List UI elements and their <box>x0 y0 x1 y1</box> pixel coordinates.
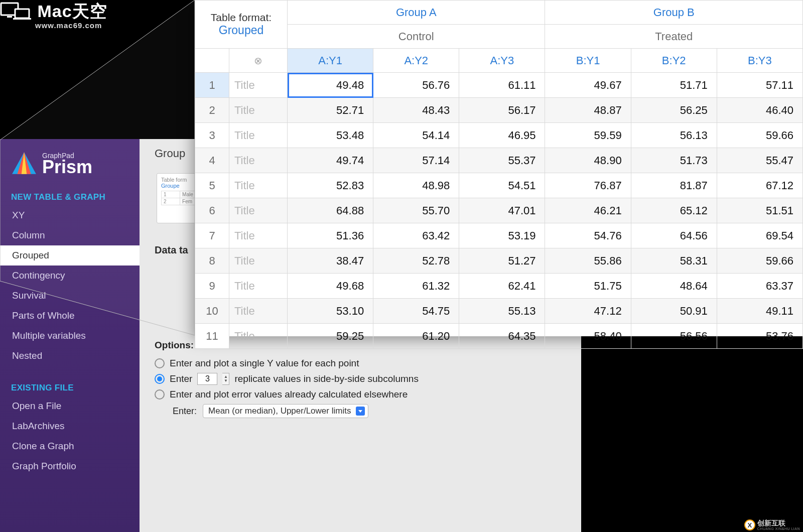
data-cell[interactable]: 59.66 <box>717 123 802 148</box>
data-cell[interactable]: 56.13 <box>631 123 717 148</box>
data-cell[interactable]: 53.76 <box>717 324 802 349</box>
row-title[interactable]: Title <box>229 299 288 324</box>
data-cell[interactable]: 81.87 <box>631 173 717 198</box>
row-number[interactable]: 3 <box>195 123 229 148</box>
data-cell[interactable]: 47.12 <box>545 299 631 324</box>
data-cell[interactable]: 64.35 <box>459 324 545 349</box>
sidebar-item-xy[interactable]: XY <box>0 205 140 225</box>
sidebar-item-contingency[interactable]: Contingency <box>0 265 140 286</box>
col-by2[interactable]: B:Y2 <box>631 49 717 73</box>
data-cell[interactable]: 46.40 <box>717 98 802 123</box>
data-cell[interactable]: 49.74 <box>288 148 373 173</box>
data-cell[interactable]: 48.90 <box>545 148 631 173</box>
row-number[interactable]: 5 <box>195 173 229 198</box>
subgroup-treated[interactable]: Treated <box>545 25 803 49</box>
data-cell[interactable]: 53.19 <box>459 223 545 248</box>
data-cell[interactable]: 54.75 <box>373 299 459 324</box>
data-cell[interactable]: 46.21 <box>545 198 631 223</box>
data-cell[interactable]: 53.48 <box>288 123 373 148</box>
data-cell[interactable]: 65.12 <box>631 198 717 223</box>
row-title[interactable]: Title <box>229 274 288 299</box>
data-cell[interactable]: 64.56 <box>631 223 717 248</box>
clear-icon[interactable]: ⊗ <box>254 55 262 66</box>
row-number[interactable]: 1 <box>195 73 229 98</box>
row-title[interactable]: Title <box>229 248 288 274</box>
data-cell[interactable]: 38.47 <box>288 248 373 274</box>
data-cell[interactable]: 56.76 <box>373 73 459 98</box>
group-a-header[interactable]: Group A <box>288 1 545 25</box>
sidebar-item-grouped[interactable]: Grouped <box>0 245 140 265</box>
group-b-header[interactable]: Group B <box>545 1 803 25</box>
table-format-value[interactable]: Grouped <box>196 24 287 37</box>
data-cell[interactable]: 49.68 <box>288 274 373 299</box>
row-title[interactable]: Title <box>229 173 288 198</box>
data-cell[interactable]: 49.48 <box>288 73 373 98</box>
sidebar-item-labarchives[interactable]: LabArchives <box>0 416 140 436</box>
data-cell[interactable]: 51.73 <box>631 148 717 173</box>
radio-replicates[interactable] <box>155 374 165 384</box>
data-cell[interactable]: 48.64 <box>631 274 717 299</box>
data-cell[interactable]: 69.54 <box>717 223 802 248</box>
data-cell[interactable]: 52.83 <box>288 173 373 198</box>
row-title[interactable]: Title <box>229 198 288 223</box>
data-cell[interactable]: 54.14 <box>373 123 459 148</box>
sidebar-item-clone-a-graph[interactable]: Clone a Graph <box>0 436 140 456</box>
row-number[interactable]: 11 <box>195 324 229 349</box>
data-cell[interactable]: 48.87 <box>545 98 631 123</box>
data-cell[interactable]: 49.67 <box>545 73 631 98</box>
row-title[interactable]: Title <box>229 324 288 349</box>
radio-single-y[interactable] <box>155 358 165 368</box>
data-cell[interactable]: 59.59 <box>545 123 631 148</box>
col-ay3[interactable]: A:Y3 <box>459 49 545 73</box>
data-cell[interactable]: 52.78 <box>373 248 459 274</box>
data-cell[interactable]: 48.43 <box>373 98 459 123</box>
data-cell[interactable]: 58.31 <box>631 248 717 274</box>
sidebar-item-survival[interactable]: Survival <box>0 286 140 306</box>
data-cell[interactable]: 57.14 <box>373 148 459 173</box>
row-title[interactable]: Title <box>229 98 288 123</box>
data-cell[interactable]: 52.71 <box>288 98 373 123</box>
row-number[interactable]: 10 <box>195 299 229 324</box>
data-cell[interactable]: 63.37 <box>717 274 802 299</box>
data-cell[interactable]: 55.47 <box>717 148 802 173</box>
data-cell[interactable]: 47.01 <box>459 198 545 223</box>
sidebar-item-parts-of-whole[interactable]: Parts of Whole <box>0 306 140 326</box>
data-cell[interactable]: 55.86 <box>545 248 631 274</box>
data-cell[interactable]: 58.40 <box>545 324 631 349</box>
row-number[interactable]: 8 <box>195 248 229 274</box>
data-cell[interactable]: 51.27 <box>459 248 545 274</box>
data-cell[interactable]: 59.25 <box>288 324 373 349</box>
data-cell[interactable]: 64.88 <box>288 198 373 223</box>
sidebar-item-nested[interactable]: Nested <box>0 346 140 366</box>
data-cell[interactable]: 59.66 <box>717 248 802 274</box>
data-cell[interactable]: 50.91 <box>631 299 717 324</box>
row-title[interactable]: Title <box>229 73 288 98</box>
data-cell[interactable]: 61.20 <box>373 324 459 349</box>
data-cell[interactable]: 56.17 <box>459 98 545 123</box>
col-by1[interactable]: B:Y1 <box>545 49 631 73</box>
sidebar-item-multiple-variables[interactable]: Multiple variables <box>0 326 140 346</box>
data-cell[interactable]: 55.13 <box>459 299 545 324</box>
sidebar-item-graph-portfolio[interactable]: Graph Portfolio <box>0 456 140 476</box>
data-cell[interactable]: 49.11 <box>717 299 802 324</box>
subgroup-control[interactable]: Control <box>288 25 545 49</box>
replicate-count-input[interactable]: 3 <box>197 373 217 385</box>
data-cell[interactable]: 51.71 <box>631 73 717 98</box>
row-number[interactable]: 4 <box>195 148 229 173</box>
data-cell[interactable]: 62.41 <box>459 274 545 299</box>
sidebar-item-open-a-file[interactable]: Open a File <box>0 396 140 416</box>
data-cell[interactable]: 51.51 <box>717 198 802 223</box>
row-number[interactable]: 6 <box>195 198 229 223</box>
data-cell[interactable]: 67.12 <box>717 173 802 198</box>
row-title[interactable]: Title <box>229 223 288 248</box>
data-cell[interactable]: 56.25 <box>631 98 717 123</box>
col-by3[interactable]: B:Y3 <box>717 49 802 73</box>
data-cell[interactable]: 56.56 <box>631 324 717 349</box>
data-cell[interactable]: 76.87 <box>545 173 631 198</box>
data-cell[interactable]: 54.76 <box>545 223 631 248</box>
row-title[interactable]: Title <box>229 123 288 148</box>
data-cell[interactable]: 51.75 <box>545 274 631 299</box>
col-ay2[interactable]: A:Y2 <box>373 49 459 73</box>
replicate-stepper[interactable]: ▲▼ <box>222 373 229 385</box>
sidebar-item-column[interactable]: Column <box>0 225 140 245</box>
